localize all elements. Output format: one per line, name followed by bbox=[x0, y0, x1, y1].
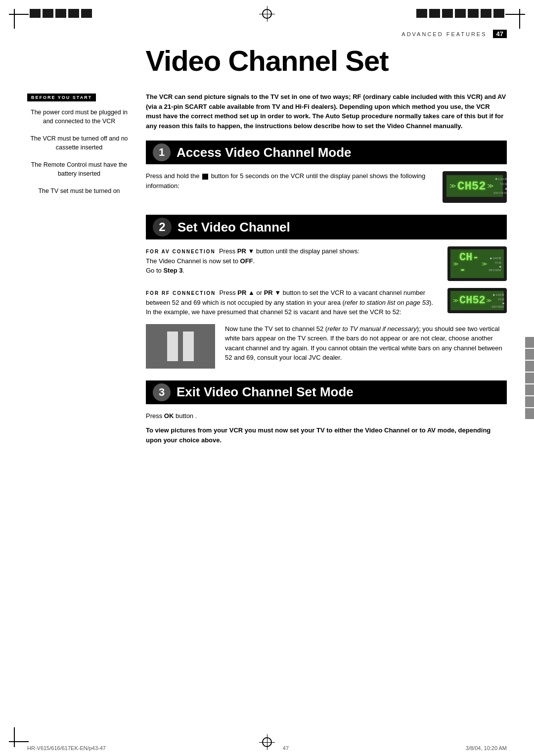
section-label: ADVANCED FEATURES bbox=[401, 31, 487, 37]
step-1-text: Press and hold the button for 5 seconds … bbox=[146, 171, 433, 190]
rf-ind-review: ■ REVIEW bbox=[492, 301, 504, 308]
step-3-number: 3 bbox=[153, 383, 171, 401]
step-1-number: 1 bbox=[153, 143, 171, 161]
sidebar-item-2: The VCR must be turned off and no casset… bbox=[27, 135, 131, 152]
step-2-title: Set Video Channel bbox=[178, 220, 290, 235]
footer-page: 47 bbox=[283, 745, 289, 751]
step-3-content-area: Press OK button . To view pictures from … bbox=[146, 411, 507, 445]
step-1-title: Access Video Channel Mode bbox=[177, 145, 352, 160]
stop-button-icon bbox=[202, 174, 208, 180]
step-1-display-panel: ≫ CH52 ≫ ■ SAT⊘ VCR ■ REVIEW bbox=[443, 171, 507, 203]
crop-mark-bl-v bbox=[14, 727, 15, 747]
tv-note-text: Now tune the TV set to channel 52 (refer… bbox=[225, 324, 507, 363]
rf-indicators: ■ SAT⊘ VCR ■ REVIEW bbox=[492, 293, 504, 308]
av-digits: CH-- bbox=[459, 251, 481, 276]
rf-digits: CH52 bbox=[459, 294, 486, 307]
page-footer: HR-V615/616/617EK-EN/p43-47 47 3/8/04, 1… bbox=[27, 745, 507, 751]
av-ind-vcr: VCR bbox=[488, 261, 501, 264]
av-display-panel: ≫ CH-- ≫ ■ SAT⊘ VCR ■ REVIEW bbox=[447, 246, 507, 281]
rf-display-panel: ≫ CH52 ≫ ■ SAT⊘ VCR ■ REVIEW bbox=[447, 288, 507, 313]
av-indicators: ■ SAT⊘ VCR ■ REVIEW bbox=[488, 256, 501, 272]
tv-bars bbox=[147, 325, 214, 368]
tv-visual-layout: Now tune the TV set to channel 52 (refer… bbox=[146, 324, 507, 369]
step-3-press-ok: Press OK button . bbox=[146, 411, 507, 421]
tv-bar-2 bbox=[183, 331, 194, 361]
ind-review: ■ REVIEW bbox=[494, 187, 507, 195]
crop-mark-bl-h bbox=[9, 741, 29, 742]
sidebar-item-4: The TV set must be turned on bbox=[27, 187, 131, 196]
step-1-content: Press and hold the button for 5 seconds … bbox=[146, 171, 433, 190]
step-3-title: Exit Video Channel Set Mode bbox=[177, 384, 354, 400]
right-content: The VCR can send picture signals to the … bbox=[146, 92, 507, 457]
rf-connection-block: FOR RF CONNECTION Press PR ▲ or PR ▼ but… bbox=[146, 288, 507, 317]
av-ind-review: ■ REVIEW bbox=[488, 265, 501, 272]
before-you-start-label: BEFORE YOU START bbox=[27, 94, 96, 101]
main-content-area: ADVANCED FEATURES 47 Video Channel Set B… bbox=[27, 30, 507, 726]
tv-screen-visual bbox=[146, 324, 215, 369]
registration-blocks-top-left bbox=[30, 9, 92, 18]
ind-vcr: VCR bbox=[494, 182, 507, 186]
step-1-section: 1 Access Video Channel Mode Press and ho… bbox=[146, 141, 507, 203]
page-title: Video Channel Set bbox=[27, 44, 507, 77]
crop-mark-tr-h bbox=[505, 14, 525, 15]
footer-filename: HR-V615/616/617EK-EN/p43-47 bbox=[27, 745, 106, 751]
av-label: FOR AV CONNECTION bbox=[146, 249, 216, 254]
rf-screen: ≫ CH52 ≫ ■ SAT⊘ VCR ■ REVIEW bbox=[450, 291, 504, 310]
footer-date: 3/8/04, 10:20 AM bbox=[466, 745, 507, 751]
sidebar: BEFORE YOU START The power cord must be … bbox=[27, 92, 131, 457]
registration-blocks-top-right bbox=[416, 9, 504, 18]
rf-connection-content: FOR RF CONNECTION Press PR ▲ or PR ▼ but… bbox=[146, 288, 438, 317]
page-header: ADVANCED FEATURES 47 bbox=[27, 30, 507, 40]
tick-right-1: ≫ bbox=[487, 182, 494, 190]
step-1-indicators: ■ SAT⊘ VCR ■ REVIEW bbox=[494, 177, 507, 195]
final-note: To view pictures from your VCR you must … bbox=[146, 425, 507, 445]
sidebar-item-3: The Remote Control must have the battery… bbox=[27, 161, 131, 178]
rf-ind-sat: ■ SAT⊘ bbox=[492, 293, 504, 297]
crop-mark-tr-v bbox=[519, 9, 520, 29]
step-2-number: 2 bbox=[153, 218, 172, 236]
step-3-header: 3 Exit Video Channel Set Mode bbox=[146, 380, 507, 404]
step-2-section: 2 Set Video Channel FOR AV CONNECTION Pr… bbox=[146, 215, 507, 369]
crop-mark-tl-v bbox=[14, 9, 15, 29]
crop-mark-tl-h bbox=[9, 14, 29, 15]
tick-left-1: ≫ bbox=[449, 182, 456, 190]
av-ind-sat: ■ SAT⊘ bbox=[488, 256, 501, 260]
sidebar-item-1: The power cord must be plugged in and co… bbox=[27, 108, 131, 126]
av-connection-content: FOR AV CONNECTION Press PR ▼ button unti… bbox=[146, 246, 438, 276]
rf-ind-vcr: VCR bbox=[492, 297, 504, 301]
tv-bar-1 bbox=[167, 331, 178, 361]
page: ADVANCED FEATURES 47 Video Channel Set B… bbox=[0, 0, 534, 756]
step-1-header: 1 Access Video Channel Mode bbox=[146, 141, 507, 164]
page-number: 47 bbox=[493, 30, 507, 38]
step-1-screen: ≫ CH52 ≫ ■ SAT⊘ VCR ■ REVIEW bbox=[446, 175, 503, 197]
registration-target-top-center bbox=[262, 9, 272, 19]
step-1-digits: CH52 bbox=[457, 180, 486, 193]
main-layout: BEFORE YOU START The power cord must be … bbox=[27, 92, 507, 457]
rf-connection-text: FOR RF CONNECTION Press PR ▲ or PR ▼ but… bbox=[146, 288, 438, 317]
ind-sat: ■ SAT⊘ bbox=[494, 177, 507, 181]
step-2-header: 2 Set Video Channel bbox=[146, 215, 507, 239]
intro-paragraph: The VCR can send picture signals to the … bbox=[146, 92, 507, 131]
av-connection-text: FOR AV CONNECTION Press PR ▼ button unti… bbox=[146, 246, 438, 276]
rf-label: FOR RF CONNECTION bbox=[146, 290, 216, 296]
av-screen: ≫ CH-- ≫ ■ SAT⊘ VCR ■ REVIEW bbox=[450, 249, 504, 278]
tv-note-content: Now tune the TV set to channel 52 (refer… bbox=[225, 324, 507, 363]
step-1-layout: Press and hold the button for 5 seconds … bbox=[146, 171, 507, 203]
av-connection-block: FOR AV CONNECTION Press PR ▼ button unti… bbox=[146, 246, 507, 281]
right-side-tabs bbox=[525, 337, 534, 419]
step-3-section: 3 Exit Video Channel Set Mode Press OK b… bbox=[146, 380, 507, 445]
